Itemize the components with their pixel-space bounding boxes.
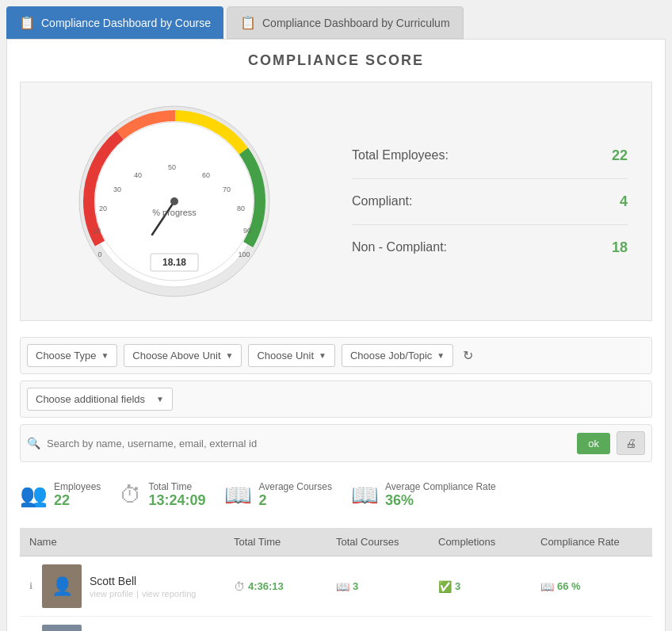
avg-compliance-icon: 📖 — [351, 482, 379, 508]
filter-job-topic[interactable]: Choose Job/Topic ▼ — [342, 344, 453, 367]
filter-unit-arrow: ▼ — [319, 351, 326, 360]
score-area: 0 10 20 30 40 50 60 70 80 90 100 % progr… — [20, 82, 652, 321]
completions-icon-0: ✅ — [438, 580, 452, 593]
stat-total-employees: Total Employees: 22 — [352, 133, 628, 179]
avatar-1: 👤 — [42, 625, 82, 631]
tab-course-label: Compliance Dashboard by Course — [41, 17, 211, 29]
total-time-value: 13:24:09 — [148, 492, 205, 509]
courses-value-0: 3 — [353, 580, 358, 592]
additional-fields-select[interactable]: Choose additional fields ▼ — [27, 388, 173, 411]
employees-icon: 👥 — [20, 482, 48, 508]
compliance-icon-0: 📖 — [540, 580, 554, 593]
stat-compliant: Compliant: 4 — [352, 179, 628, 225]
summary-row: 👥 Employees 22 ⏱ Total Time 13:24:09 📖 A… — [20, 475, 652, 515]
employee-cell-1: ℹ 👤 James Born view profile | view repor… — [29, 625, 234, 631]
table-row: ℹ 👤 James Born view profile | view repor… — [20, 617, 652, 631]
col-total-courses: Total Courses — [336, 536, 438, 548]
filter-job-topic-arrow: ▼ — [437, 351, 445, 360]
time-icon-0: ⏱ — [234, 580, 245, 593]
gauge-pivot — [170, 197, 178, 205]
summary-avg-courses: 📖 Average Courses 2 — [224, 481, 332, 509]
total-time-text: Total Time 13:24:09 — [148, 481, 205, 509]
stat-non-compliant: Non - Compliant: 18 — [352, 225, 628, 270]
gauge-label-90: 90 — [243, 227, 251, 235]
stat-label-compliant: Compliant: — [352, 194, 412, 208]
stat-label-employees: Total Employees: — [352, 148, 449, 163]
stats-panel: Total Employees: 22 Compliant: 4 Non - C… — [328, 82, 651, 320]
filter-unit-label: Choose Unit — [257, 350, 314, 361]
search-input[interactable] — [47, 438, 571, 449]
cell-completions-0: ✅ 3 — [438, 580, 540, 593]
stat-value-employees: 22 — [612, 147, 628, 164]
total-time-icon: ⏱ — [120, 482, 142, 508]
tab-course[interactable]: 📋 Compliance Dashboard by Course — [6, 6, 223, 39]
stat-value-compliant: 4 — [620, 193, 628, 210]
view-reporting-0[interactable]: view reporting — [142, 589, 196, 598]
cell-courses-0: 📖 3 — [336, 580, 438, 593]
total-time-label: Total Time — [148, 481, 205, 492]
avg-courses-label: Average Courses — [258, 481, 332, 492]
filter-job-topic-label: Choose Job/Topic — [350, 350, 432, 361]
filter-above-unit-label: Choose Above Unit — [132, 350, 220, 361]
col-total-time: Total Time — [234, 536, 336, 548]
employee-name-0: Scott Bell — [90, 575, 196, 587]
filter-type[interactable]: Choose Type ▼ — [27, 344, 117, 367]
gauge-label-60: 60 — [202, 171, 210, 179]
gauge-wrapper: 0 10 20 30 40 50 60 70 80 90 100 % progr… — [71, 98, 277, 304]
tab-curriculum[interactable]: 📋 Compliance Dashboard by Curriculum — [227, 6, 464, 39]
search-input-wrap: 🔍 — [27, 437, 571, 449]
employees-label: Employees — [54, 481, 101, 492]
avg-compliance-value: 36% — [385, 492, 496, 509]
gauge-value-text: 18.18 — [162, 257, 186, 268]
gauge-label-40: 40 — [134, 171, 142, 179]
separator-0: | — [136, 589, 139, 598]
col-name: Name — [29, 536, 234, 548]
gauge-progress-label: % progress — [152, 208, 197, 217]
additional-fields-arrow: ▼ — [156, 395, 164, 403]
ok-button[interactable]: ok — [577, 433, 610, 454]
additional-fields-label: Choose additional fields — [36, 393, 145, 405]
cell-time-0: ⏱ 4:36:13 — [234, 580, 336, 593]
gauge-svg: 0 10 20 30 40 50 60 70 80 90 100 % progr… — [71, 98, 277, 304]
stat-label-non-compliant: Non - Compliant: — [352, 240, 447, 254]
stat-value-non-compliant: 18 — [612, 239, 628, 256]
gauge-label-80: 80 — [237, 205, 245, 212]
table-row: ℹ 👤 Scott Bell view profile | view repor… — [20, 556, 652, 617]
gauge-label-10: 10 — [93, 227, 101, 235]
gauge-label-30: 30 — [113, 185, 121, 193]
filters-row: Choose Type ▼ Choose Above Unit ▼ Choose… — [20, 337, 652, 374]
avg-courses-value: 2 — [258, 492, 332, 509]
view-profile-0[interactable]: view profile — [90, 589, 133, 598]
score-title: COMPLIANCE SCORE — [20, 52, 652, 69]
filter-above-unit[interactable]: Choose Above Unit ▼ — [124, 344, 242, 367]
employees-value: 22 — [54, 492, 101, 509]
avg-courses-text: Average Courses 2 — [258, 481, 332, 509]
employee-cell-0: ℹ 👤 Scott Bell view profile | view repor… — [29, 564, 234, 608]
gauge-container: 0 10 20 30 40 50 60 70 80 90 100 % progr… — [21, 82, 328, 320]
main-content: COMPLIANCE SCORE — [6, 39, 666, 631]
table-header: Name Total Time Total Courses Completion… — [20, 528, 652, 556]
employee-links-0[interactable]: view profile | view reporting — [90, 589, 196, 598]
refresh-button[interactable]: ↻ — [460, 345, 476, 366]
col-completions: Completions — [438, 536, 540, 548]
search-icon: 🔍 — [27, 437, 40, 449]
courses-icon-0: 📖 — [336, 580, 349, 593]
course-tab-icon: 📋 — [19, 15, 35, 30]
time-value-0: 4:36:13 — [248, 580, 284, 592]
gauge-label-50: 50 — [168, 163, 176, 171]
col-compliance-rate: Compliance Rate — [540, 536, 643, 548]
gauge-label-70: 70 — [223, 185, 231, 193]
summary-employees: 👥 Employees 22 — [20, 481, 101, 509]
completions-value-0: 3 — [455, 580, 460, 592]
avg-compliance-label: Average Compliance Rate — [385, 481, 496, 492]
tab-bar: 📋 Compliance Dashboard by Course 📋 Compl… — [0, 0, 672, 39]
summary-total-time: ⏱ Total Time 13:24:09 — [120, 481, 205, 509]
gauge-label-100: 100 — [238, 250, 250, 258]
additional-fields-row: Choose additional fields ▼ — [20, 381, 652, 418]
print-button[interactable]: 🖨 — [617, 431, 645, 455]
tab-curriculum-label: Compliance Dashboard by Curriculum — [262, 17, 450, 29]
filter-unit[interactable]: Choose Unit ▼ — [248, 344, 334, 367]
avg-courses-icon: 📖 — [224, 482, 252, 508]
avg-compliance-text: Average Compliance Rate 36% — [385, 481, 496, 509]
curriculum-tab-icon: 📋 — [240, 15, 256, 30]
